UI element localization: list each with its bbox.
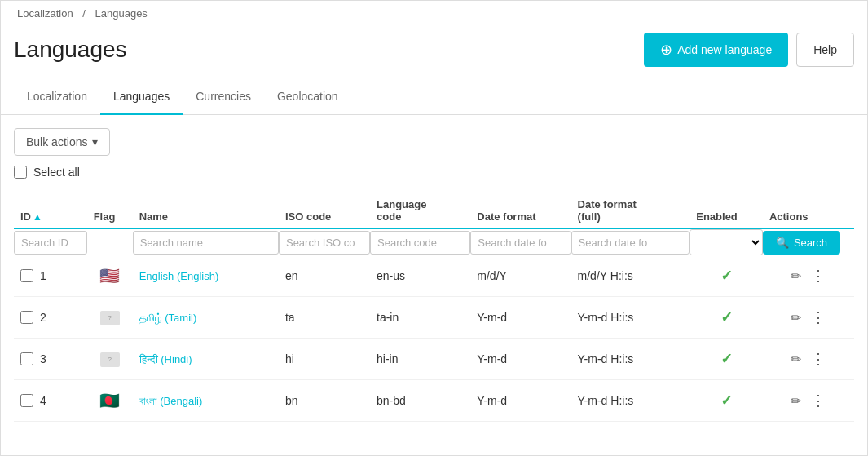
search-name-cell xyxy=(133,228,279,255)
language-name-link[interactable]: தமிழ் (Tamil) xyxy=(139,312,197,324)
th-enabled: Enabled xyxy=(690,192,763,228)
more-actions-button[interactable]: ⋮ xyxy=(808,265,830,286)
enabled-checkmark: ✓ xyxy=(720,392,733,409)
date-format: m/d/Y xyxy=(477,269,507,282)
table-row: 4 🇧🇩 বাংলা (Bengali) bn bn-bd Y-m-d Y-m-… xyxy=(14,380,854,422)
search-lang-code-cell xyxy=(370,228,470,255)
table-row: 2 ? தமிழ் (Tamil) ta ta-in Y-m-d Y-m-d H… xyxy=(14,297,854,339)
lang-code: en-us xyxy=(377,269,405,282)
th-actions: Actions xyxy=(763,192,854,228)
th-flag: Flag xyxy=(87,192,133,228)
toolbar: Bulk actions ▾ Select all xyxy=(1,115,867,192)
th-date-format: Date format xyxy=(470,192,571,228)
th-id: ID ▲ xyxy=(14,192,87,228)
more-actions-button[interactable]: ⋮ xyxy=(808,390,830,411)
date-format-full: m/d/Y H:i:s xyxy=(578,269,633,282)
page-header: Languages ⊕ Add new language Help xyxy=(1,26,867,80)
chevron-down-icon: ▾ xyxy=(92,135,98,148)
plus-circle-icon: ⊕ xyxy=(660,41,672,59)
more-actions-button[interactable]: ⋮ xyxy=(808,348,830,370)
th-iso-code: ISO code xyxy=(279,192,370,228)
enabled-checkmark: ✓ xyxy=(720,268,733,284)
lang-code: ta-in xyxy=(377,311,399,324)
search-row: Yes No 🔍 Search xyxy=(14,228,854,255)
edit-button[interactable]: ✏ xyxy=(787,308,804,327)
tab-geolocation[interactable]: Geolocation xyxy=(264,80,351,115)
flag-emoji: 🇧🇩 xyxy=(99,392,120,410)
th-date-format-full: Date format(full) xyxy=(571,192,690,228)
th-lang-code: Languagecode xyxy=(370,192,470,228)
flag-placeholder: ? xyxy=(100,311,120,325)
edit-button[interactable]: ✏ xyxy=(787,267,804,286)
search-date-full-input[interactable] xyxy=(571,231,690,255)
row-checkbox[interactable] xyxy=(20,394,33,407)
row-checkbox[interactable] xyxy=(20,311,33,324)
iso-code: en xyxy=(285,269,298,282)
enabled-checkmark: ✓ xyxy=(720,309,733,325)
header-actions: ⊕ Add new language Help xyxy=(644,33,854,67)
enabled-filter-select[interactable]: Yes No xyxy=(690,229,763,255)
select-all-row: Select all xyxy=(14,166,854,179)
sort-icon[interactable]: ▲ xyxy=(33,211,42,223)
search-button-cell: 🔍 Search xyxy=(763,228,854,255)
th-name: Name xyxy=(133,192,279,228)
row-id: 1 xyxy=(40,269,46,282)
date-format: Y-m-d xyxy=(477,394,507,407)
languages-table: ID ▲ Flag Name ISO code Languagecode Dat… xyxy=(14,192,854,422)
iso-code: hi xyxy=(285,352,294,365)
select-all-label[interactable]: Select all xyxy=(33,166,80,179)
table-header-row: ID ▲ Flag Name ISO code Languagecode Dat… xyxy=(14,192,854,228)
date-format-full: Y-m-d H:i:s xyxy=(578,352,634,365)
actions-cell: ✏ ⋮ xyxy=(769,265,848,286)
help-button[interactable]: Help xyxy=(796,33,854,67)
search-icon: 🔍 xyxy=(776,237,789,249)
add-language-button[interactable]: ⊕ Add new language xyxy=(644,33,788,67)
actions-cell: ✏ ⋮ xyxy=(769,348,848,370)
select-all-checkbox[interactable] xyxy=(14,166,27,179)
tab-localization[interactable]: Localization xyxy=(14,80,100,115)
language-name-link[interactable]: English (English) xyxy=(139,270,219,282)
search-lang-code-input[interactable] xyxy=(370,231,470,255)
search-iso-input[interactable] xyxy=(279,231,370,255)
more-actions-button[interactable]: ⋮ xyxy=(808,307,830,328)
flag-emoji: 🇺🇸 xyxy=(99,267,120,285)
date-format: Y-m-d xyxy=(477,311,507,324)
edit-button[interactable]: ✏ xyxy=(787,350,804,369)
lang-code: hi-in xyxy=(377,352,398,365)
search-name-input[interactable] xyxy=(133,231,279,255)
lang-code: bn-bd xyxy=(377,394,406,407)
language-name-link[interactable]: हिन्दी (Hindi) xyxy=(139,353,192,365)
table-container: ID ▲ Flag Name ISO code Languagecode Dat… xyxy=(1,192,867,422)
edit-button[interactable]: ✏ xyxy=(787,392,804,410)
table-row: 3 ? हिन्दी (Hindi) hi hi-in Y-m-d Y-m-d … xyxy=(14,339,854,380)
iso-code: ta xyxy=(285,311,295,324)
actions-cell: ✏ ⋮ xyxy=(769,390,848,411)
date-format: Y-m-d xyxy=(477,352,507,365)
search-enabled-cell: Yes No xyxy=(690,228,763,255)
iso-code: bn xyxy=(285,394,298,407)
search-flag-cell xyxy=(87,228,133,255)
search-date-full-cell xyxy=(571,228,690,255)
flag-placeholder: ? xyxy=(100,352,120,367)
search-date-format-input[interactable] xyxy=(470,231,571,255)
row-checkbox[interactable] xyxy=(20,352,33,365)
language-name-link[interactable]: বাংলা (Bengali) xyxy=(139,395,203,407)
bulk-actions-button[interactable]: Bulk actions ▾ xyxy=(14,128,110,156)
breadcrumb: Localization / Languages xyxy=(1,1,867,26)
tabs: Localization Languages Currencies Geoloc… xyxy=(1,80,867,115)
row-id: 4 xyxy=(40,394,46,407)
enabled-checkmark: ✓ xyxy=(720,351,733,367)
search-iso-cell xyxy=(279,228,370,255)
table-row: 1 🇺🇸 English (English) en en-us m/d/Y m/… xyxy=(14,255,854,297)
row-checkbox[interactable] xyxy=(20,269,33,282)
breadcrumb-parent[interactable]: Localization xyxy=(17,7,73,20)
search-id-input[interactable] xyxy=(14,231,87,255)
tab-languages[interactable]: Languages xyxy=(100,80,183,115)
bulk-actions-label: Bulk actions xyxy=(26,135,87,148)
breadcrumb-separator: / xyxy=(82,7,86,20)
breadcrumb-current: Languages xyxy=(95,7,148,20)
page-title: Languages xyxy=(14,37,127,63)
search-button[interactable]: 🔍 Search xyxy=(763,231,840,255)
search-id-cell xyxy=(14,228,87,255)
tab-currencies[interactable]: Currencies xyxy=(183,80,264,115)
